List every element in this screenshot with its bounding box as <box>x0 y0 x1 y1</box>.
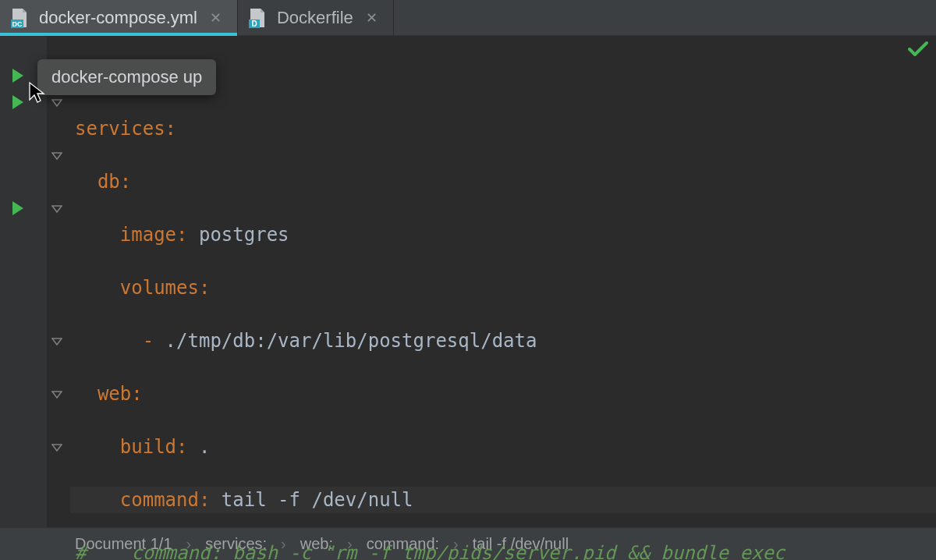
svg-marker-5 <box>52 100 62 106</box>
fold-toggle-icon[interactable] <box>51 388 62 399</box>
svg-marker-8 <box>52 338 62 345</box>
dockerfile-file-icon: D <box>249 8 266 28</box>
fold-toggle-icon[interactable] <box>51 203 62 214</box>
yaml-value: ./tmp/db:/var/lib/postgresql/data <box>165 330 537 352</box>
yaml-value: . <box>199 436 210 458</box>
docker-compose-file-icon: DC <box>11 8 28 28</box>
tab-label: docker-compose.yml <box>39 8 197 28</box>
yaml-key: command <box>120 489 199 511</box>
run-gutter-icon[interactable] <box>12 95 23 109</box>
fold-toggle-icon[interactable] <box>51 335 62 346</box>
run-gutter-icon[interactable] <box>12 201 23 215</box>
yaml-value: tail -f /dev/null <box>222 489 413 511</box>
code-editor[interactable]: version: '3' services: db: image: postgr… <box>0 36 936 527</box>
tooltip-text: docker-compose up <box>51 67 202 87</box>
tab-docker-compose[interactable]: DC docker-compose.yml ✕ <box>0 0 238 35</box>
fold-column <box>47 36 70 527</box>
inspection-ok-icon[interactable] <box>908 41 928 61</box>
editor-tab-bar: DC docker-compose.yml ✕ D Dockerfile ✕ <box>0 0 936 36</box>
svg-marker-7 <box>52 206 62 212</box>
yaml-key: image <box>120 224 176 246</box>
code-area[interactable]: version: '3' services: db: image: postgr… <box>70 36 936 527</box>
fold-toggle-icon[interactable] <box>51 441 62 452</box>
svg-text:D: D <box>251 19 257 28</box>
svg-marker-10 <box>52 445 62 451</box>
fold-toggle-icon[interactable] <box>51 97 62 108</box>
yaml-key: services <box>75 118 165 140</box>
yaml-key: build <box>120 436 176 458</box>
svg-marker-6 <box>52 153 62 159</box>
yaml-comment: # command: bash -c "rm -f tmp/pids/serve… <box>75 542 796 560</box>
yaml-value: postgres <box>199 224 289 246</box>
svg-marker-9 <box>52 392 62 398</box>
run-gutter-icon[interactable] <box>12 69 23 83</box>
close-icon[interactable]: ✕ <box>364 8 379 28</box>
tab-label: Dockerfile <box>277 8 353 28</box>
svg-text:DC: DC <box>12 20 23 28</box>
yaml-key: web <box>98 383 131 405</box>
tab-dockerfile[interactable]: D Dockerfile ✕ <box>238 0 394 35</box>
close-icon[interactable]: ✕ <box>208 8 223 28</box>
yaml-key: volumes <box>120 277 199 299</box>
yaml-key: db <box>98 171 120 193</box>
fold-toggle-icon[interactable] <box>51 150 62 161</box>
editor-gutter <box>0 36 47 527</box>
gutter-run-tooltip: docker-compose up <box>37 59 216 95</box>
